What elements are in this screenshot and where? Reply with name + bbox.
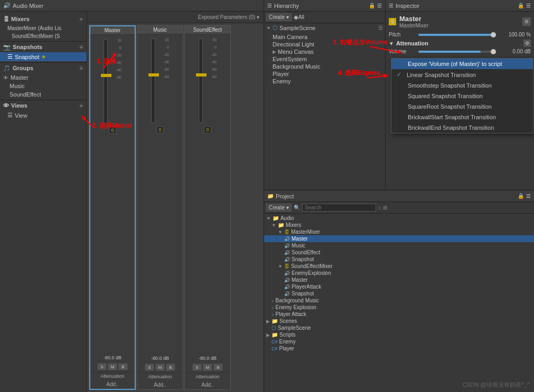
project-filter-icon[interactable]: ⊞ [383, 205, 387, 211]
master-fader-value: 0 [109, 127, 116, 134]
pitch-slider-thumb[interactable] [491, 32, 496, 37]
ctx-item-linear[interactable]: Linear Snapshot Transition [391, 69, 533, 80]
groups-section-header[interactable]: 🎵 Groups + [0, 63, 87, 73]
tree-item-main-camera[interactable]: Main Camera [264, 33, 385, 41]
proj-scripts-folder[interactable]: ▶ 📁 Scripts [264, 331, 534, 338]
tree-item-eventsystem[interactable]: EventSystem [264, 55, 385, 63]
proj-soundeffectmixer[interactable]: ▼ 🎛 SoundEffectMixer [264, 263, 534, 270]
views-add-btn[interactable]: + [79, 101, 83, 110]
scene-header[interactable]: ▼ ⬡ SampleScene ☰ [264, 23, 385, 32]
proj-player-script[interactable]: C# Player [264, 345, 534, 352]
ctx-item-brickwallend[interactable]: BrickwallEnd Snapshot Transition [391, 122, 533, 133]
hierarchy-tree: Main Camera Directional Light ▶ Menu Can… [264, 32, 385, 190]
volume-slider-thumb[interactable] [491, 49, 496, 54]
master-add[interactable]: Add.. [104, 380, 120, 389]
project-create-btn[interactable]: Create ▾ [266, 204, 292, 212]
sidebar-item-soundeffectmixer[interactable]: SoundEffectMixer (S [0, 32, 87, 40]
proj-background-music-file[interactable]: ♪ Background Music [264, 297, 534, 304]
proj-snapshot-mastermixer[interactable]: 🔊 Snapshot [264, 256, 534, 263]
proj-enemyexplosion[interactable]: 🔊 EnemyExplosion [264, 270, 534, 276]
channel-soundeffect-fader: 20 0 -20 -40 -60 -80 0 [198, 34, 218, 355]
volume-slider[interactable] [418, 51, 496, 53]
tree-item-player[interactable]: Player [264, 70, 385, 78]
project-menu-icon: ☰ [526, 193, 531, 199]
music-mute-btn[interactable]: M [155, 364, 165, 371]
groups-add-btn[interactable]: + [79, 64, 83, 72]
channel-soundeffect[interactable]: SoundEffect 20 0 -20 -40 [184, 25, 231, 390]
master-solo-btn[interactable]: S [97, 363, 107, 370]
views-section-header[interactable]: 👁 Views + [0, 100, 87, 111]
proj-snapshot-sfx[interactable]: 🔊 Snapshot [264, 290, 534, 297]
snapshot-star-icon: ★ [41, 54, 46, 60]
music-bypass-btn[interactable]: B [166, 364, 175, 371]
music-attenuation: Attenuation [137, 372, 183, 380]
master-bypass-btn[interactable]: B [118, 363, 128, 370]
pitch-slider[interactable] [418, 34, 496, 36]
master-fader-track[interactable] [104, 39, 108, 123]
proj-scenes-folder[interactable]: ▶ 📁 Scenes [264, 318, 534, 324]
channel-music[interactable]: Music 20 0 -20 -40 [137, 25, 183, 390]
hierarchy-create-btn[interactable]: Create ▾ [266, 13, 292, 21]
attenuation-gear-btn[interactable]: ⚙ [523, 40, 531, 47]
proj-enemy-explosion-file[interactable]: ♪ Enemy Explosion [264, 304, 534, 311]
proj-mixers-folder[interactable]: ▼ 📁 Mixers [264, 222, 534, 228]
snapshot-audio-icon: 🔊 [284, 257, 290, 262]
project-sort-icon[interactable]: ↕ [378, 205, 381, 211]
proj-playerattack[interactable]: 🔊 PlayerAttack [264, 283, 534, 290]
soundeffect-add[interactable]: Add.. [199, 380, 216, 389]
tree-item-background-music[interactable]: Background Music [264, 63, 385, 70]
sidebar-item-snapshot[interactable]: ☰ Snapshot ★ [0, 52, 87, 61]
sidebar-item-view[interactable]: ☰ View [0, 111, 87, 120]
inspector-settings-btn[interactable]: ⚙ [522, 17, 531, 26]
channel-master[interactable]: Master 20 0 -20 -40 [89, 25, 136, 390]
sidebar-item-soundeffect-group[interactable]: SoundEffect [0, 90, 87, 99]
proj-player-attack-file[interactable]: ♪ Player Attack [264, 311, 534, 318]
soundeffect-fader-track[interactable] [199, 39, 203, 123]
proj-mastermixer[interactable]: ▼ 🎛 MasterMixer [264, 228, 534, 235]
hierarchy-all-btn[interactable]: ◉All [294, 14, 304, 20]
tree-item-directional-light[interactable]: Directional Light [264, 41, 385, 48]
ctx-expose-label: Expose 'Volume (of Master)' to script [408, 61, 502, 67]
tree-item-enemy[interactable]: Enemy [264, 78, 385, 85]
ctx-item-squared[interactable]: Squared Snapshot Transition [391, 91, 533, 101]
sidebar-item-music-group[interactable]: Music [0, 82, 87, 90]
master-attenuation: Attenuation [90, 372, 135, 380]
ctx-item-expose[interactable]: Expose 'Volume (of Master)' to script [391, 59, 533, 69]
soundeffect-mute-btn[interactable]: M [203, 364, 212, 371]
ctx-item-squareroot[interactable]: SquareRoot Snapshot Transition [391, 101, 533, 112]
mixers-expand-arrow: ▼ [271, 223, 276, 228]
exposed-params-label[interactable]: Exposed Parameters (0) ▾ [198, 14, 259, 20]
samplescene-icon: ⬡ [271, 325, 276, 331]
sidebar-item-master-group[interactable]: 👁 Master [0, 73, 87, 82]
soundeffect-solo-btn[interactable]: S [192, 364, 202, 371]
mixers-section: 🎛 Mixers + MasterMixer (Audio Lis SoundE… [0, 14, 87, 40]
mastermixer-proj-label: MasterMixer [291, 229, 320, 235]
tree-item-menu-canvas[interactable]: ▶ Menu Canvas [264, 48, 385, 55]
music-add[interactable]: Add.. [152, 380, 168, 389]
proj-master[interactable]: 🔊 Master [264, 235, 534, 242]
project-search-input[interactable] [302, 204, 376, 212]
project-title: Project [276, 193, 294, 199]
proj-soundeffect[interactable]: 🔊 SoundEffect [264, 249, 534, 256]
top-right: ☰ Hierarchy 🔒 ☰ Create ▾ ◉All ▼ ⬡ Sample… [264, 0, 534, 190]
proj-master-sfx[interactable]: 🔊 Master [264, 276, 534, 283]
music-fader-track[interactable] [151, 39, 155, 123]
channels-area: Master 20 0 -20 -40 [87, 23, 264, 392]
proj-music[interactable]: 🔊 Music [264, 242, 534, 249]
sidebar-item-mastermixer[interactable]: MasterMixer (Audio Lis [0, 24, 87, 32]
ctx-item-smoothstep[interactable]: Smoothstep Snapshot Transition [391, 80, 533, 91]
hierarchy-icon: ☰ [267, 3, 272, 8]
soundeffect-bypass-btn[interactable]: B [213, 364, 223, 371]
snapshots-label: 📷 Snapshots [3, 44, 42, 51]
ctx-item-brickwallstart[interactable]: BrickwallStart Snapshot Transition [391, 112, 533, 122]
proj-enemy-script[interactable]: C# Enemy [264, 338, 534, 345]
mixers-section-header[interactable]: 🎛 Mixers + [0, 14, 87, 24]
proj-samplescene[interactable]: ⬡ SampleScene [264, 324, 534, 331]
snapshots-section-header[interactable]: 📷 Snapshots + [0, 42, 87, 52]
attenuation-label: Attenuation [396, 40, 428, 46]
master-mute-btn[interactable]: M [108, 363, 117, 370]
mixers-add-btn[interactable]: + [79, 15, 83, 23]
music-solo-btn[interactable]: S [145, 364, 154, 371]
snapshots-add-btn[interactable]: + [79, 43, 83, 51]
proj-audio-folder[interactable]: ▼ 📁 Audio [264, 215, 534, 222]
